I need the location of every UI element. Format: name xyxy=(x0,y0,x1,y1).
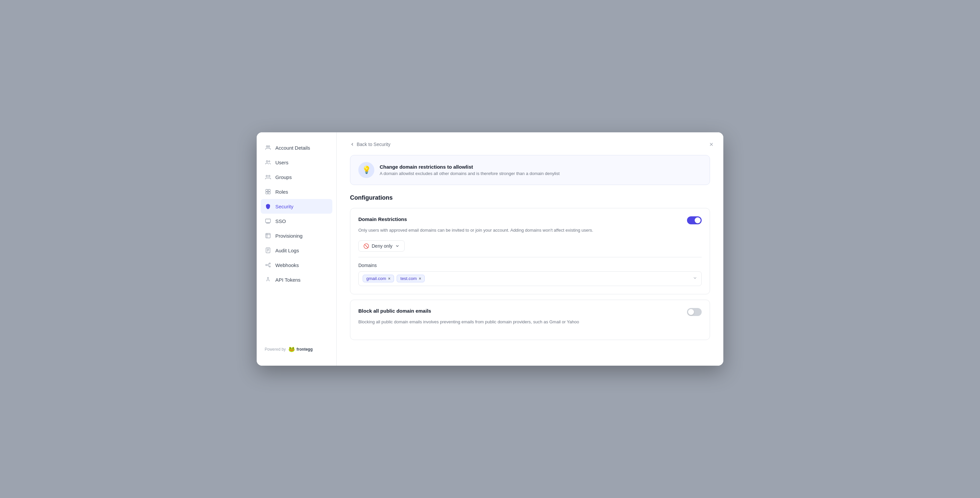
back-to-security-link[interactable]: Back to Security xyxy=(350,142,710,147)
back-link-text: Back to Security xyxy=(357,142,390,147)
sidebar-label-groups: Groups xyxy=(275,174,292,180)
svg-point-13 xyxy=(266,264,267,266)
powered-by-text: Powered by xyxy=(265,347,286,352)
domain-tag-gmail: gmail.com × xyxy=(363,275,394,282)
domains-input[interactable]: gmail.com × test.com × xyxy=(358,271,702,286)
block-public-emails-toggle[interactable] xyxy=(687,308,702,316)
domain-restrictions-header: Domain Restrictions xyxy=(358,216,702,224)
close-button[interactable]: × xyxy=(706,139,717,150)
svg-rect-11 xyxy=(266,233,270,238)
svg-point-3 xyxy=(269,161,270,162)
sidebar-item-provisioning[interactable]: Provisioning xyxy=(257,228,336,243)
sso-icon xyxy=(265,218,271,224)
svg-point-5 xyxy=(269,175,270,177)
deny-only-dropdown[interactable]: 🚫 Deny only xyxy=(358,240,405,252)
info-banner-text: Change domain restrictions to allowlist … xyxy=(380,164,560,176)
sidebar-label-users: Users xyxy=(275,160,288,165)
sidebar-label-provisioning: Provisioning xyxy=(275,233,303,239)
sidebar-item-users[interactable]: Users xyxy=(257,155,336,170)
sidebar-item-roles[interactable]: Roles xyxy=(257,185,336,199)
dropdown-chevron-icon xyxy=(395,243,400,248)
sidebar-item-account-details[interactable]: Account Details xyxy=(257,140,336,155)
domain-tag-test-value: test.com xyxy=(400,276,417,281)
block-public-emails-description: Blocking all public domain emails involv… xyxy=(358,319,702,325)
sidebar-label-roles: Roles xyxy=(275,189,288,195)
svg-rect-12 xyxy=(266,248,270,253)
info-banner-icon: 💡 xyxy=(358,162,374,178)
sidebar-label-security: Security xyxy=(275,204,293,209)
sidebar-label-api-tokens: API Tokens xyxy=(275,277,301,283)
block-public-emails-card: Block all public domain emails Blocking … xyxy=(350,300,710,340)
svg-point-16 xyxy=(268,277,269,278)
domains-chevron-icon xyxy=(693,276,697,282)
domain-tag-gmail-value: gmail.com xyxy=(366,276,386,281)
frontegg-logo: 🐸 frontegg xyxy=(288,346,313,352)
svg-rect-9 xyxy=(268,192,270,194)
svg-point-1 xyxy=(268,146,270,147)
block-public-emails-header: Block all public domain emails xyxy=(358,308,702,316)
webhooks-icon xyxy=(265,262,271,268)
info-banner: 💡 Change domain restrictions to allowlis… xyxy=(350,155,710,185)
frontegg-brand-name: frontegg xyxy=(296,347,313,352)
toggle-slider-off xyxy=(687,308,702,316)
domain-restrictions-description: Only users with approved email domains c… xyxy=(358,227,702,234)
sidebar-footer: Powered by 🐸 frontegg xyxy=(257,340,336,358)
sidebar: Account Details Users xyxy=(257,132,337,366)
svg-rect-10 xyxy=(266,219,270,223)
roles-icon xyxy=(265,188,271,195)
sidebar-label-audit-logs: Audit Logs xyxy=(275,248,299,253)
main-content: Back to Security 💡 Change domain restric… xyxy=(337,132,723,366)
sidebar-item-security[interactable]: Security xyxy=(261,199,332,214)
sidebar-item-webhooks[interactable]: Webhooks xyxy=(257,258,336,272)
svg-rect-6 xyxy=(266,189,268,191)
domain-tag-test: test.com × xyxy=(397,275,425,282)
domains-label: Domains xyxy=(358,263,702,268)
users-icon xyxy=(265,159,271,165)
svg-rect-8 xyxy=(266,192,268,194)
deny-icon: 🚫 xyxy=(363,243,369,249)
groups-icon xyxy=(265,173,271,180)
sidebar-label-account-details: Account Details xyxy=(275,145,310,151)
block-public-emails-title: Block all public domain emails xyxy=(358,308,431,313)
domain-restrictions-title: Domain Restrictions xyxy=(358,216,407,222)
svg-point-2 xyxy=(266,161,268,162)
frontegg-icon: 🐸 xyxy=(288,346,295,352)
sidebar-item-audit-logs[interactable]: Audit Logs xyxy=(257,243,336,258)
info-banner-description: A domain allowlist excludes all other do… xyxy=(380,171,560,176)
svg-point-14 xyxy=(269,263,270,264)
domain-restrictions-card: Domain Restrictions Only users with appr… xyxy=(350,208,710,294)
sidebar-label-webhooks: Webhooks xyxy=(275,263,299,268)
sidebar-item-api-tokens[interactable]: API Tokens xyxy=(257,272,336,287)
sidebar-label-sso: SSO xyxy=(275,218,286,224)
account-details-icon xyxy=(265,144,271,151)
sidebar-item-groups[interactable]: Groups xyxy=(257,170,336,185)
svg-point-15 xyxy=(269,266,270,267)
audit-logs-icon xyxy=(265,247,271,254)
back-chevron-icon xyxy=(350,142,355,147)
settings-modal: × Account Details xyxy=(257,132,723,366)
svg-rect-7 xyxy=(268,189,270,191)
svg-point-0 xyxy=(266,146,268,147)
domain-restrictions-toggle[interactable] xyxy=(687,216,702,224)
info-banner-title: Change domain restrictions to allowlist xyxy=(380,164,560,170)
configurations-title: Configurations xyxy=(350,194,710,201)
provisioning-icon xyxy=(265,232,271,239)
security-icon xyxy=(265,203,271,210)
svg-point-4 xyxy=(266,175,268,177)
toggle-slider-on xyxy=(687,216,702,224)
domain-tag-test-remove[interactable]: × xyxy=(418,276,421,281)
dropdown-label: Deny only xyxy=(372,243,392,249)
sidebar-item-sso[interactable]: SSO xyxy=(257,214,336,228)
api-tokens-icon xyxy=(265,276,271,283)
domain-tag-gmail-remove[interactable]: × xyxy=(388,276,390,281)
domains-section: Domains gmail.com × test.com × xyxy=(358,263,702,286)
